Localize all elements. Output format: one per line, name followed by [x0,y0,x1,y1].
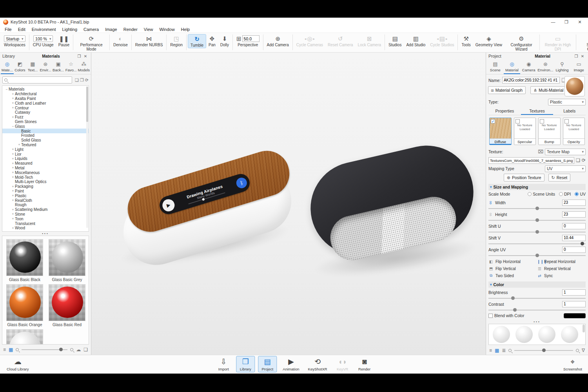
preview-sphere[interactable] [538,326,555,343]
tree-item-rough[interactable]: Rough [2,203,89,207]
dock-project-button[interactable]: ▤Project [258,356,277,372]
tree-item-mold-tech[interactable]: +Mold-Tech [2,175,89,180]
menu-render[interactable]: Render [120,27,141,32]
multi-material-button[interactable]: ⋔ Multi-Material [530,86,566,94]
link-icon[interactable]: ∞ [488,212,494,217]
tree-item-toon[interactable]: +Toon [2,216,89,221]
perspective-button[interactable]: ⊞Perspective [234,34,262,47]
expand-icon[interactable]: + [11,115,15,119]
menu-environment[interactable]: Environment [29,27,59,32]
texture-slot-opacity[interactable]: No Texture LoadedOpacity [563,118,585,145]
project-tab-lighting[interactable]: ⚲Lighting [554,60,571,74]
tree-item-glass[interactable]: −Glass [2,124,89,129]
add-studio-button[interactable]: ▥Add Studio [404,34,428,47]
filter-icon[interactable]: ∇ [582,348,585,353]
add-library-icon[interactable]: ❐ [80,78,84,82]
width-input[interactable] [562,200,586,206]
tree-item-scattering-medium[interactable]: +Scattering Medium [2,207,89,212]
material-preview-ball[interactable] [564,76,585,96]
library-tab-materials[interactable]: ◎Mate... [1,60,14,74]
realtime-viewport[interactable]: ▶ Drawing Airplanes Many Worlds ᛒ [91,53,486,355]
studios-button[interactable]: ▤Studios [386,34,404,47]
dock-screenshot-button[interactable]: ⌖Screenshot [561,356,585,372]
tree-item-architectural[interactable]: +Architectural [2,92,89,96]
expand-icon[interactable]: + [11,208,15,212]
material-name-input[interactable] [502,77,560,83]
zoom-out-icon[interactable] [16,348,19,351]
list-view-icon[interactable]: ≡ [489,348,492,353]
dock-cloud-library-button[interactable]: ☁Cloud Library [4,356,32,372]
contrast-slider[interactable] [488,310,586,310]
zoom-out-icon[interactable] [508,349,512,352]
render-nurbs-button[interactable]: ⋈Render NURBS [133,34,165,47]
expand-icon[interactable]: + [11,101,15,105]
brightness-input[interactable] [562,289,586,296]
width-slider[interactable] [488,208,586,209]
tree-item-miscellaneous[interactable]: +Miscellaneous [2,170,89,175]
preview-sphere[interactable] [515,326,533,343]
prev-arrow-icon[interactable]: ◂ [437,37,439,41]
texture-slot-diffuse[interactable]: ✓Diffuse [489,118,512,145]
tree-item-cutaway[interactable]: Cutaway [2,110,89,115]
pause-button[interactable]: ❚❚Pause [56,34,72,47]
tree-scrollbar[interactable] [86,87,88,228]
performance-mode-button[interactable]: ⟳Performance Mode [74,34,108,52]
expand-icon[interactable]: + [11,175,15,179]
blend-with-color-checkbox[interactable] [488,314,493,318]
pan-button[interactable]: ✥Pan [206,34,218,47]
position-texture-button[interactable]: ⊕ Position Texture [504,174,544,181]
flip-horizontal-toggle[interactable]: ◧Flip Horizontal [488,258,537,265]
menu-camera[interactable]: Camera [80,27,102,32]
dolly-button[interactable]: ⬇Dolly [218,34,231,47]
shift-u-slider-handle[interactable] [535,230,539,234]
grid-view-icon[interactable]: ▦ [9,347,13,352]
expand-icon[interactable]: + [11,106,15,110]
project-tab-environment[interactable]: ⊛Environ... [537,60,554,74]
texture-type-dropdown[interactable]: Texture Map ▾ [545,149,586,155]
library-tab-colors[interactable]: ◩Colors [14,60,27,74]
angle-uv-input[interactable] [562,247,586,253]
preview-size-handle[interactable] [542,348,546,352]
preview-sphere[interactable] [561,326,578,343]
material-thumb-glass-basic-black[interactable]: Glass Basic Black [6,239,43,282]
expand-icon[interactable]: + [11,157,15,161]
tree-item-contour[interactable]: +Contour [2,105,89,110]
next-arrow-icon[interactable]: ▸ [313,37,315,41]
configurator-wizard-button[interactable]: ⚙Configurator Wizard [505,34,538,52]
region-button[interactable]: ◳Region [168,34,185,47]
repeat-vertical-toggle[interactable]: ☰Repeat Vertical [537,265,586,272]
wood-speaker-model[interactable]: ▶ Drawing Airplanes Many Worlds ᛒ [119,151,303,268]
scale-mode-dpi[interactable]: DPI [559,192,571,196]
zoom-in-icon[interactable] [70,348,73,351]
cloud-download-icon[interactable]: ☁ [76,347,81,352]
width-slider-handle[interactable] [535,207,539,210]
dock-library-button[interactable]: ❒Library [236,356,255,372]
float-panel-icon[interactable]: ❐ [573,54,579,58]
color-section[interactable]: ▾ Color [488,281,586,288]
tree-item-stone[interactable]: +Stone [2,212,89,217]
tree-item-realcloth[interactable]: +RealCloth [2,198,89,203]
dock-import-button[interactable]: ⇩Import [214,356,233,372]
tree-item-paint[interactable]: +Paint [2,189,89,194]
brightness-slider-handle[interactable] [511,296,515,300]
subtab-textures[interactable]: Textures [521,107,554,115]
tree-item-basic[interactable]: Basic [2,129,89,133]
texture-slot-checkbox[interactable] [564,119,569,123]
expand-icon[interactable]: − [11,124,15,128]
preview-scrollbar[interactable] [583,325,585,332]
material-thumb-glass-basic-grey[interactable]: Glass Basic Grey [49,239,85,282]
two-sided-toggle[interactable]: ⧉Two Sided [488,272,537,279]
library-tab-textures[interactable]: ▦Text... [26,60,39,74]
project-tab-camera[interactable]: ◉Camera [520,60,537,74]
expand-icon[interactable]: + [11,189,15,193]
texture-slot-checkbox[interactable]: ✓ [491,119,495,123]
add-camera-button[interactable]: ⊕Add Camera [265,34,291,47]
tree-item-axalta-paint[interactable]: +Axalta Paint [2,96,89,101]
reload-texture-icon[interactable]: ⟳ [582,158,586,163]
tree-item-measured[interactable]: +Measured [2,161,89,166]
height-input[interactable] [562,211,586,218]
expand-icon[interactable]: + [11,217,15,221]
close-button[interactable]: ✕ [573,20,586,25]
expand-icon[interactable]: − [5,87,9,91]
tree-item-translucent[interactable]: Translucent [2,221,89,226]
